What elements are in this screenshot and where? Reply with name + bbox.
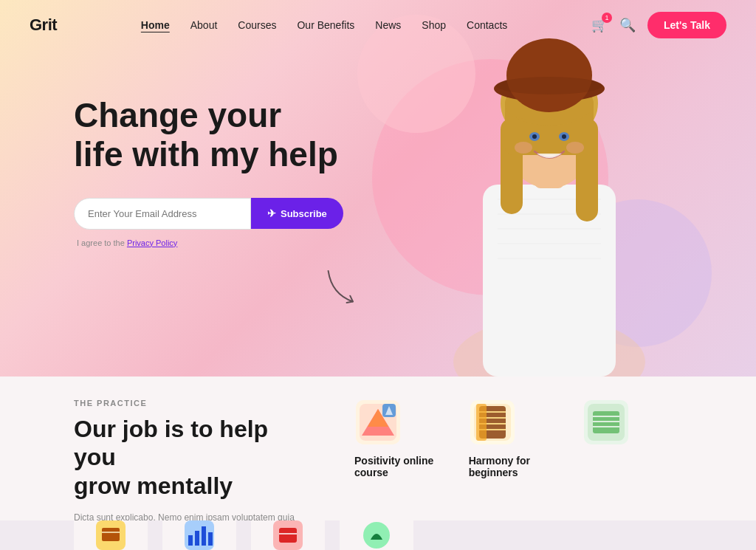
cart-icon[interactable]: 🛒 1 [591, 17, 608, 33]
nav-item-courses[interactable]: Courses [238, 18, 276, 32]
svg-rect-39 [593, 411, 619, 433]
bottom-card-3 [251, 520, 325, 550]
courses-grid: Positivity online course [354, 399, 682, 478]
svg-rect-44 [102, 528, 120, 541]
nav-item-contacts[interactable]: Contacts [467, 18, 507, 32]
nav-item-about[interactable]: About [190, 18, 218, 32]
course-card-3[interactable] [583, 399, 682, 478]
navbar: Grit Home About Courses Our Benefits New… [0, 0, 756, 50]
course-card-positivity[interactable]: Positivity online course [354, 399, 454, 478]
nav-link-news[interactable]: News [375, 19, 401, 31]
section-title-line2: grow mentally [74, 472, 233, 499]
bottom-card-1 [74, 520, 148, 550]
svg-rect-49 [202, 526, 206, 546]
svg-point-17 [562, 134, 566, 139]
svg-rect-36 [476, 404, 487, 441]
nav-link-contacts[interactable]: Contacts [467, 19, 507, 31]
subscribe-label: Subscribe [281, 208, 327, 219]
email-input[interactable] [74, 198, 251, 230]
hero-section: Change your life with my help ✈ Subscrib… [0, 0, 756, 377]
nav-item-home[interactable]: Home [141, 18, 170, 32]
hero-content: Change your life with my help ✈ Subscrib… [74, 96, 343, 247]
course-name-harmony: Harmony for beginners [469, 455, 568, 478]
nav-right: 🛒 1 🔍 Let's Talk [591, 12, 726, 38]
course-icon-harmony [469, 399, 516, 446]
course-icon-positivity [354, 399, 402, 446]
nav-link-home[interactable]: Home [141, 19, 170, 31]
privacy-text-prefix: I agree to the [77, 238, 127, 247]
svg-point-16 [532, 134, 537, 139]
section-label: THE PRACTICE [74, 399, 310, 408]
hero-form: ✈ Subscribe [74, 198, 343, 230]
logo: Grit [30, 16, 57, 35]
send-icon: ✈ [267, 207, 276, 219]
hero-title: Change your life with my help [74, 96, 343, 174]
course-icon-3 [583, 399, 630, 446]
nav-item-benefits[interactable]: Our Benefits [297, 18, 354, 32]
section-title-line1: Our job is to help you [74, 416, 268, 470]
svg-point-18 [515, 142, 532, 154]
svg-rect-47 [188, 535, 193, 546]
cart-badge: 1 [602, 13, 612, 23]
nav-item-news[interactable]: News [375, 18, 401, 32]
practice-left: THE PRACTICE Our job is to help you grow… [74, 399, 310, 540]
lets-talk-button[interactable]: Let's Talk [647, 12, 726, 38]
svg-rect-52 [279, 528, 297, 543]
privacy-notice: I agree to the Privacy Policy [77, 238, 343, 247]
bottom-strip [0, 520, 756, 550]
nav-link-about[interactable]: About [190, 19, 218, 31]
course-name-positivity: Positivity online course [354, 455, 454, 478]
bottom-card-2 [162, 520, 236, 550]
nav-item-shop[interactable]: Shop [422, 18, 446, 32]
section-title: Our job is to help you grow mentally [74, 415, 310, 500]
nav-link-courses[interactable]: Courses [238, 19, 276, 31]
nav-links: Home About Courses Our Benefits News Sho… [141, 18, 507, 32]
privacy-policy-link[interactable]: Privacy Policy [127, 238, 177, 247]
hero-person-image [431, 22, 667, 377]
nav-link-benefits[interactable]: Our Benefits [297, 19, 354, 31]
svg-rect-48 [195, 531, 199, 546]
svg-rect-50 [208, 532, 213, 546]
search-icon[interactable]: 🔍 [619, 17, 636, 33]
subscribe-button[interactable]: ✈ Subscribe [251, 198, 343, 229]
nav-link-shop[interactable]: Shop [422, 19, 446, 31]
bottom-card-4 [340, 520, 413, 550]
arrow-decoration [314, 262, 374, 321]
course-card-harmony[interactable]: Harmony for beginners [469, 399, 568, 478]
svg-point-19 [566, 142, 584, 154]
svg-point-22 [496, 77, 602, 94]
